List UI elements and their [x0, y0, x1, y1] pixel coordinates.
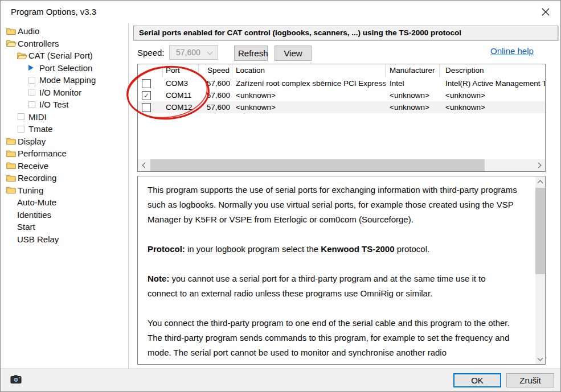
- section-header-text: Serial ports enabled for CAT control (lo…: [139, 28, 461, 37]
- vertical-scrollbar[interactable]: [535, 176, 545, 364]
- sidebar-item-controllers[interactable]: Controllers: [1, 38, 128, 50]
- port-row-com11[interactable]: ✓COM1157,600<unknown><unknown><unknown>: [138, 89, 545, 101]
- chevron-up-icon: [538, 180, 543, 185]
- sidebar-item-i-o-monitor[interactable]: I/O Monitor: [1, 86, 128, 99]
- table-body: COM357,600Zařízení root complex sběrnice…: [138, 77, 545, 113]
- folder-icon: [6, 150, 18, 158]
- folder-icon: [6, 150, 16, 158]
- scroll-right-button[interactable]: [533, 159, 545, 171]
- sidebar-item-label: Audio: [18, 26, 39, 36]
- sidebar-item-label: Display: [18, 137, 46, 146]
- vertical-scrollbar-thumb[interactable]: [535, 188, 545, 274]
- sidebar-item-label: Performance: [18, 148, 67, 158]
- page-icon: [28, 101, 39, 108]
- checkbox-cell: [138, 79, 163, 88]
- sidebar-item-display[interactable]: Display: [1, 135, 128, 148]
- manufacturer-cell: Intel: [386, 79, 440, 88]
- port-checkbox-com3[interactable]: [142, 79, 151, 88]
- table-header: Port Speed Location Manufacturer Descrip…: [138, 64, 545, 77]
- section-header: Serial ports enabled for CAT control (lo…: [133, 26, 558, 40]
- chevron-right-icon: [535, 163, 541, 168]
- port-checkbox-com11[interactable]: ✓: [142, 91, 151, 100]
- footer-bar: OK Zrušit: [1, 368, 560, 391]
- sidebar-item-label: MIDI: [28, 112, 47, 122]
- scroll-left-button[interactable]: [138, 159, 150, 171]
- page-icon: [28, 77, 39, 84]
- titlebar: Program Options, v3.3: [1, 1, 560, 23]
- port-cell: COM3: [163, 79, 199, 88]
- folder-icon: [6, 186, 18, 194]
- sidebar-item-performance[interactable]: Performance: [1, 147, 128, 160]
- port-checkbox-com12[interactable]: [142, 103, 151, 112]
- folder-open-icon: [6, 39, 17, 47]
- refresh-button[interactable]: Refresh: [234, 46, 268, 61]
- checkbox-cell: [138, 103, 163, 112]
- info-paragraph: This program supports the use of serial …: [148, 183, 518, 227]
- folder-icon: [6, 137, 16, 145]
- sidebar-item-tuning[interactable]: Tuning: [1, 184, 128, 197]
- sidebar-item-label: I/O Monitor: [39, 88, 81, 97]
- scroll-down-button[interactable]: [535, 354, 545, 364]
- sidebar-item-auto-mute[interactable]: Auto-Mute: [1, 196, 128, 209]
- sidebar-item-recording[interactable]: Recording: [1, 172, 128, 184]
- folder-open-icon: [6, 39, 18, 47]
- sidebar-item-label: I/O Test: [39, 100, 68, 109]
- port-row-com12[interactable]: COM1257,600<unknown><unknown><unknown>: [138, 101, 545, 113]
- sidebar-item-identities[interactable]: Identities: [1, 209, 128, 221]
- sidebar-item-label: USB Relay: [17, 234, 59, 244]
- sidebar-item-label: Recording: [18, 173, 56, 183]
- folder-icon: [6, 186, 16, 194]
- sidebar-item-tmate[interactable]: Tmate: [1, 123, 128, 135]
- ports-table: Port Speed Location Manufacturer Descrip…: [137, 64, 546, 172]
- checkbox-cell: ✓: [138, 91, 163, 100]
- page-icon: [17, 113, 28, 120]
- chevron-down-icon: [207, 49, 213, 55]
- port-cell: COM12: [163, 103, 199, 112]
- folder-icon: [6, 27, 18, 35]
- column-header-checkbox: [138, 64, 163, 77]
- sidebar-item-label: Mode Mapping: [39, 75, 96, 85]
- selected-arrow-icon: [28, 65, 39, 71]
- location-cell: Zařízení root complex sběrnice PCI Expre…: [232, 79, 386, 88]
- sidebar-item-midi[interactable]: MIDI: [1, 111, 128, 123]
- ok-button[interactable]: OK: [453, 373, 501, 387]
- sidebar-item-start[interactable]: Start: [1, 221, 128, 233]
- column-header-location[interactable]: Location: [232, 64, 386, 77]
- column-header-manufacturer[interactable]: Manufacturer: [386, 64, 440, 77]
- port-row-com3[interactable]: COM357,600Zařízení root complex sběrnice…: [138, 77, 545, 89]
- page-icon: [28, 89, 39, 96]
- sidebar-item-audio[interactable]: Audio: [1, 25, 128, 38]
- description-cell: <unknown>: [440, 103, 545, 112]
- sidebar-item-port-selection[interactable]: Port Selection: [1, 62, 128, 75]
- column-header-description[interactable]: Description: [440, 64, 545, 77]
- folder-open-icon: [17, 52, 28, 60]
- sidebar-item-usb-relay[interactable]: USB Relay: [1, 233, 128, 246]
- page-icon: [17, 126, 28, 133]
- horizontal-scrollbar-thumb[interactable]: [150, 159, 485, 171]
- speed-label: Speed:: [137, 45, 165, 60]
- sidebar-item-label: CAT (Serial Port): [28, 51, 93, 60]
- window-title: Program Options, v3.3: [11, 1, 96, 23]
- info-paragraph: Note: you cannot use a serial port for a…: [148, 271, 518, 301]
- main-panel: Serial ports enabled for CAT control (lo…: [129, 23, 560, 368]
- speed-cell: 57,600: [199, 103, 232, 112]
- cancel-button[interactable]: Zrušit: [506, 373, 554, 387]
- sidebar-item-label: Tmate: [28, 124, 53, 134]
- camera-icon[interactable]: [10, 374, 22, 386]
- column-header-speed[interactable]: Speed: [199, 64, 232, 77]
- sidebar-item-mode-mapping[interactable]: Mode Mapping: [1, 74, 128, 86]
- info-paragraph: You connect the third-party program to o…: [148, 316, 518, 360]
- horizontal-scrollbar[interactable]: [138, 159, 545, 171]
- folder-icon: [6, 162, 18, 170]
- sidebar-item-label: Receive: [18, 161, 48, 171]
- speed-dropdown[interactable]: 57,600: [169, 45, 218, 60]
- online-help-link[interactable]: Online help: [490, 46, 534, 56]
- close-button[interactable]: [534, 3, 557, 21]
- sidebar-tree: AudioControllersCAT (Serial Port)Port Se…: [1, 23, 129, 368]
- column-header-port[interactable]: Port: [163, 64, 199, 77]
- view-button[interactable]: View: [275, 46, 312, 61]
- sidebar-item-i-o-test[interactable]: I/O Test: [1, 98, 128, 111]
- scroll-up-button[interactable]: [535, 177, 545, 187]
- sidebar-item-cat-serial-port[interactable]: CAT (Serial Port): [1, 49, 128, 62]
- sidebar-item-receive[interactable]: Receive: [1, 160, 128, 172]
